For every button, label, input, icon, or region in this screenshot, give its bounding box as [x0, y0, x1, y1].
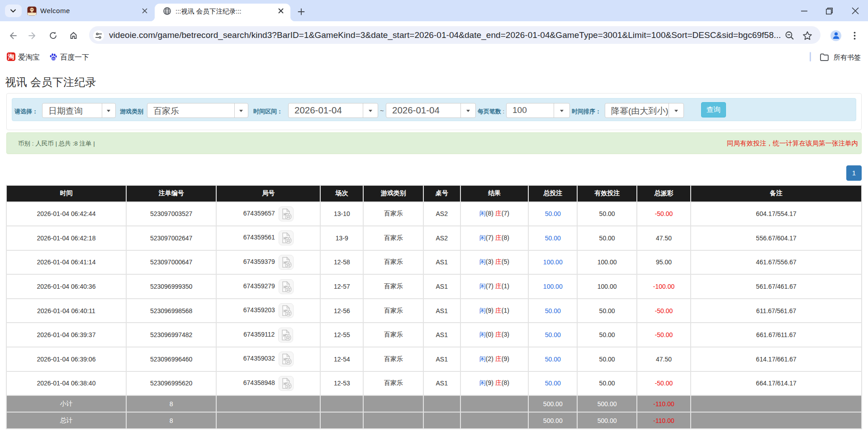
- svg-text:du: du: [52, 57, 56, 60]
